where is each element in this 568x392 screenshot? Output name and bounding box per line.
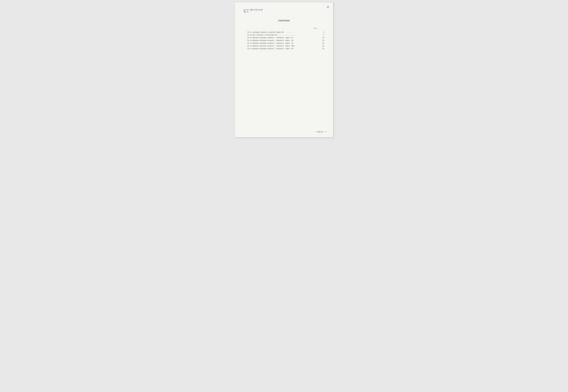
toc-item-text: СО по рабочим чертежам основного комплек…	[247, 37, 319, 39]
header-line2: РА. П	[244, 11, 324, 13]
toc-item-page: 16	[319, 37, 324, 39]
toc-item-text: СО по рабочим чертежам основного комплек…	[247, 40, 319, 41]
page-number-top: 2	[327, 6, 329, 8]
toc-item-page: 3	[319, 31, 324, 33]
toc-item: СО по рабочим чертежам основного комплек…	[247, 45, 324, 47]
toc-item-page: 36	[319, 45, 324, 47]
toc-item-page: 25	[319, 40, 324, 41]
toc-item-text: СО систем отопления и вентиляции ОВ ....…	[247, 34, 319, 36]
toc-item-text: СО по рабочим чертежам основного комплек…	[247, 45, 319, 47]
toc-item-text: СО по рабочим чертежам основного комплек…	[247, 48, 319, 50]
page-title: СОДЕРЖАНИЕ	[278, 20, 290, 22]
title-section: СОДЕРЖАНИЕ	[244, 20, 324, 22]
header-line1: Д.Т.П. 501-6-23.12.88	[244, 9, 324, 11]
toc-section: СО по чертежам основного комплекта марки…	[247, 31, 324, 50]
footer-section: 23362-04 3	[317, 131, 326, 133]
page-column-label: стр.	[314, 28, 317, 29]
toc-item: СО по рабочим чертежам основного комплек…	[247, 40, 324, 41]
footer-doc-number: 23362-04	[317, 131, 323, 133]
document-page: 2 Д.Т.П. 501-6-23.12.88 РА. П СОДЕРЖАНИЕ…	[235, 2, 333, 137]
toc-item-page: 5	[319, 34, 324, 36]
toc-item-text: СО по чертежам основного комплекта марки…	[247, 31, 319, 33]
toc-item-page: 29	[319, 42, 324, 44]
header-section: Д.Т.П. 501-6-23.12.88 РА. П	[244, 9, 324, 13]
toc-item: СО систем отопления и вентиляции ОВ ....…	[247, 34, 324, 36]
page-label-row: стр.	[244, 28, 324, 29]
toc-item: СО по рабочим чертежам основного комплек…	[247, 37, 324, 39]
toc-item: СО по чертежам основного комплекта марки…	[247, 31, 324, 33]
footer-page-number: 3	[326, 131, 326, 133]
toc-item-page: 39	[319, 48, 324, 50]
toc-item: СО по рабочим чертежам основного комплек…	[247, 48, 324, 50]
toc-item: СО по рабочим чертежам основного комплек…	[247, 42, 324, 44]
toc-item-text: СО по рабочим чертежам основного комплек…	[247, 42, 319, 44]
